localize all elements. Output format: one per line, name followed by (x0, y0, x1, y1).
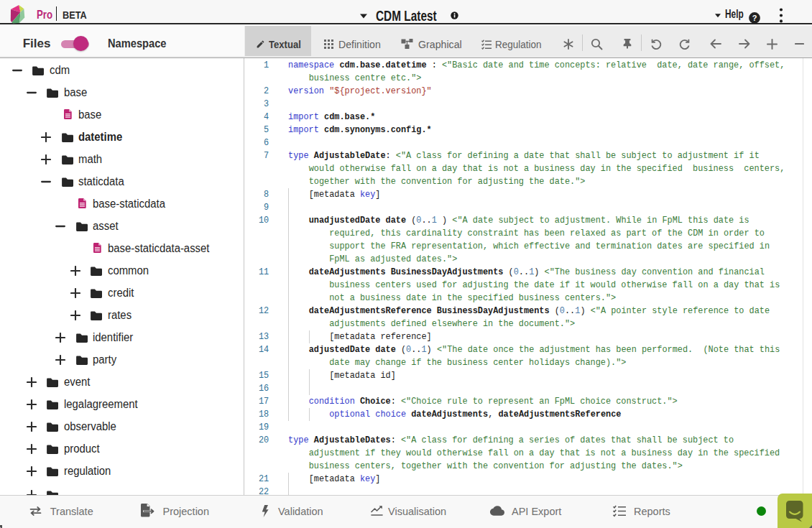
svg-text:?: ? (752, 14, 757, 22)
